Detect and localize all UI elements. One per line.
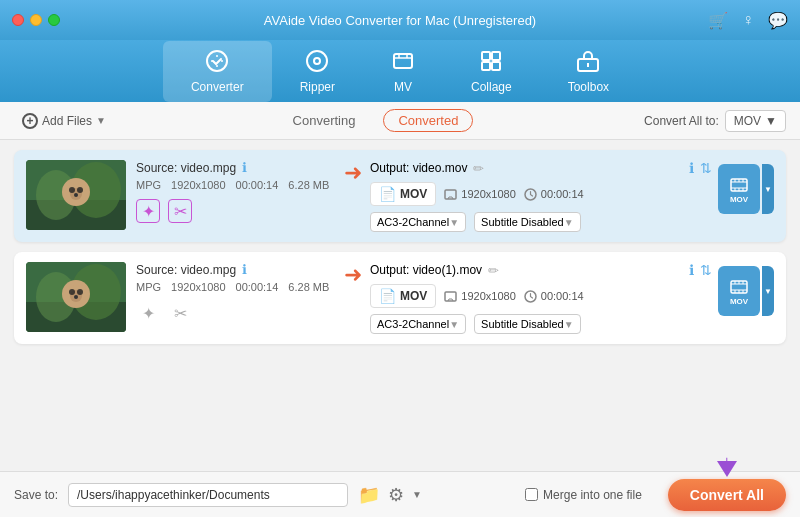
format-file-icon: 📄: [379, 186, 396, 202]
toolbox-icon: [576, 49, 600, 76]
tab-converted[interactable]: Converted: [383, 109, 473, 132]
svg-rect-3: [394, 54, 412, 68]
settings-icon[interactable]: ⚙: [388, 484, 404, 506]
svg-point-33: [74, 295, 78, 299]
convert-all-to: Convert All to: MOV ▼: [644, 110, 786, 132]
edit-icon[interactable]: ✏: [473, 161, 484, 176]
tab-collage[interactable]: Collage: [443, 41, 540, 102]
toolbar: + Add Files ▼ Converting Converted Conve…: [0, 102, 800, 140]
ripper-icon: [305, 49, 329, 76]
close-button[interactable]: [12, 14, 24, 26]
clock-icon: [524, 188, 537, 201]
duration: 00:00:14: [236, 281, 279, 293]
resolution: 1920x1080: [171, 281, 225, 293]
file-size: 6.28 MB: [288, 281, 329, 293]
tab-mv[interactable]: MV: [363, 41, 443, 102]
format-dropdown-button[interactable]: ▼: [762, 266, 774, 316]
duration-value: 00:00:14: [541, 290, 584, 302]
output-info-icon[interactable]: ℹ: [689, 160, 694, 176]
user-icon[interactable]: ♀: [742, 11, 754, 29]
format-badge: MPG: [136, 281, 161, 293]
scissors-icon[interactable]: ✂: [168, 199, 192, 223]
add-files-button[interactable]: + Add Files ▼: [14, 109, 114, 133]
add-files-dropdown-arrow[interactable]: ▼: [96, 115, 106, 126]
output-resolution: 1920x1080: [444, 188, 515, 201]
scissors-icon[interactable]: ✂: [168, 301, 192, 325]
mv-icon: [391, 49, 415, 76]
sort-icon[interactable]: ⇅: [700, 160, 712, 176]
save-path-input[interactable]: [68, 483, 348, 507]
output-format-thumbnail[interactable]: MOV: [718, 266, 760, 316]
output-resolution: 1920x1080: [444, 290, 515, 303]
converter-label: Converter: [191, 80, 244, 94]
res-value: 1920x1080: [461, 290, 515, 302]
svg-point-18: [77, 187, 83, 193]
output-label: Output: video(1).mov: [370, 263, 482, 277]
folder-icon[interactable]: 📁: [358, 484, 380, 506]
convert-arrow: ➜: [336, 262, 370, 288]
output-section: Output: video.mov ✏ ℹ ⇅ 📄 MOV: [370, 160, 712, 232]
wand-icon[interactable]: ✦: [136, 301, 160, 325]
svg-rect-7: [492, 62, 500, 70]
toolbar-tabs: Converting Converted: [126, 109, 632, 132]
audio-channel-select[interactable]: AC3-2Channel ▼: [370, 212, 466, 232]
video-thumbnail: [26, 160, 126, 230]
output-label: Output: video.mov: [370, 161, 467, 175]
maximize-button[interactable]: [48, 14, 60, 26]
settings-dropdown-arrow[interactable]: ▼: [412, 489, 422, 500]
audio-dropdown-arrow: ▼: [449, 319, 459, 330]
output-duration: 00:00:14: [524, 290, 584, 303]
collage-icon: [479, 49, 503, 76]
res-value: 1920x1080: [461, 188, 515, 200]
converter-icon: [205, 49, 229, 76]
save-to-label: Save to:: [14, 488, 58, 502]
format-select[interactable]: MOV ▼: [725, 110, 786, 132]
svg-point-32: [77, 289, 83, 295]
svg-rect-6: [482, 62, 490, 70]
tab-converting[interactable]: Converting: [285, 109, 364, 132]
collage-label: Collage: [471, 80, 512, 94]
cart-icon[interactable]: 🛒: [708, 11, 728, 30]
add-icon: +: [22, 113, 38, 129]
audio-channel-value: AC3-2Channel: [377, 216, 449, 228]
source-info-icon[interactable]: ℹ: [242, 262, 247, 277]
clock-icon: [524, 290, 537, 303]
subtitle-select[interactable]: Subtitle Disabled ▼: [474, 314, 580, 334]
duration: 00:00:14: [236, 179, 279, 191]
source-info: Source: video.mpg ℹ MPG 1920x1080 00:00:…: [136, 160, 336, 223]
source-info-icon[interactable]: ℹ: [242, 160, 247, 175]
convert-all-button[interactable]: Convert All: [668, 479, 786, 511]
nav-tabs: Converter Ripper MV: [0, 40, 800, 102]
source-label: Source: video.mpg: [136, 161, 236, 175]
subtitle-select[interactable]: Subtitle Disabled ▼: [474, 212, 580, 232]
output-format-box: 📄 MOV: [370, 284, 436, 308]
resolution-icon: [444, 290, 457, 303]
output-format-label: MOV: [400, 289, 427, 303]
audio-channel-select[interactable]: AC3-2Channel ▼: [370, 314, 466, 334]
minimize-button[interactable]: [30, 14, 42, 26]
source-info: Source: video.mpg ℹ MPG 1920x1080 00:00:…: [136, 262, 336, 325]
action-icons: ✦ ✂: [136, 199, 336, 223]
svg-rect-20: [445, 190, 456, 199]
sort-icon[interactable]: ⇅: [700, 262, 712, 278]
wand-icon[interactable]: ✦: [136, 199, 160, 223]
audio-dropdown-arrow: ▼: [449, 217, 459, 228]
tab-ripper[interactable]: Ripper: [272, 41, 363, 102]
film-icon: [729, 277, 749, 297]
output-info-icon[interactable]: ℹ: [689, 262, 694, 278]
mv-label: MV: [394, 80, 412, 94]
output-format-thumbnail[interactable]: MOV: [718, 164, 760, 214]
format-thumb-label: MOV: [730, 195, 748, 204]
app-title: AVAide Video Converter for Mac (Unregist…: [264, 13, 536, 28]
subtitle-dropdown-arrow: ▼: [564, 217, 574, 228]
content-area: Source: video.mpg ℹ MPG 1920x1080 00:00:…: [0, 140, 800, 471]
tab-toolbox[interactable]: Toolbox: [540, 41, 637, 102]
chat-icon[interactable]: 💬: [768, 11, 788, 30]
format-badge: MPG: [136, 179, 161, 191]
format-thumb-label: MOV: [730, 297, 748, 306]
format-dropdown-button[interactable]: ▼: [762, 164, 774, 214]
title-bar: AVAide Video Converter for Mac (Unregist…: [0, 0, 800, 40]
tab-converter[interactable]: Converter: [163, 41, 272, 102]
merge-checkbox[interactable]: [525, 488, 538, 501]
edit-icon[interactable]: ✏: [488, 263, 499, 278]
